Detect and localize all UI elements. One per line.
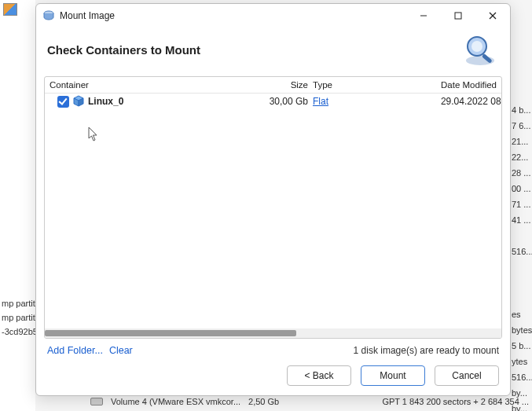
svg-point-7 xyxy=(471,41,482,52)
window-title: Mount Image xyxy=(60,10,115,21)
list-rows: Linux_0 30,00 Gb Flat 29.04.2022 08:14:1… xyxy=(45,94,501,328)
container-list: Container Size Type Date Modified Linux_… xyxy=(44,76,502,339)
column-headers: Container Size Type Date Modified xyxy=(45,77,501,94)
background-left-text: mp partitic mp partitic -3cd92b5c xyxy=(0,299,35,341)
button-row: < Back Mount Cancel xyxy=(36,359,510,395)
close-button[interactable] xyxy=(475,4,510,28)
bg-volume-size: 2,50 Gb xyxy=(248,397,279,406)
horizontal-scrollbar[interactable] xyxy=(45,328,501,338)
back-button[interactable]: < Back xyxy=(287,365,351,386)
checkbox[interactable] xyxy=(57,96,69,108)
scrollbar-thumb[interactable] xyxy=(45,330,296,336)
app-icon xyxy=(3,3,17,16)
col-type[interactable]: Type xyxy=(313,80,376,90)
bg-volume-info: GPT 1 843 200 sectors + 2 684 354 ... xyxy=(382,397,529,406)
cancel-button[interactable]: Cancel xyxy=(435,365,499,386)
page-title: Check Containers to Mount xyxy=(47,43,461,57)
magnifier-icon xyxy=(461,31,499,68)
clear-link[interactable]: Clear xyxy=(109,345,133,356)
row-type-link[interactable]: Flat xyxy=(313,96,328,107)
background-bottom: Volume 4 (VMware ESX vmkcor... 2,50 Gb G… xyxy=(90,394,532,409)
col-date[interactable]: Date Modified xyxy=(376,80,497,90)
col-size[interactable]: Size xyxy=(262,80,313,90)
status-text: 1 disk image(s) are ready to mount xyxy=(354,345,499,356)
table-row[interactable]: Linux_0 30,00 Gb Flat 29.04.2022 08:14:1… xyxy=(45,94,501,109)
mount-button[interactable]: Mount xyxy=(361,365,425,386)
maximize-button[interactable] xyxy=(441,4,475,28)
background-right-text: 4 b... 7 6... 21... 22... 28 ... 00 ... … xyxy=(512,102,532,411)
add-folder-link[interactable]: Add Folder... xyxy=(47,345,103,356)
titlebar: Mount Image xyxy=(36,4,510,28)
background-left xyxy=(0,0,35,411)
row-date: 29.04.2022 08:14:13 xyxy=(376,96,501,107)
bg-volume-name: Volume 4 (VMware ESX vmkcor... xyxy=(111,397,240,406)
col-container[interactable]: Container xyxy=(50,80,262,90)
minimize-button[interactable] xyxy=(406,4,441,28)
row-name: Linux_0 xyxy=(88,96,123,107)
svg-rect-2 xyxy=(455,13,461,19)
dialog-header: Check Containers to Mount xyxy=(36,28,510,76)
drive-icon xyxy=(90,398,103,405)
under-list-row: Add Folder... Clear 1 disk image(s) are … xyxy=(36,339,510,359)
row-size: 30,00 Gb xyxy=(262,96,313,107)
mount-image-dialog: Mount Image Check Containers to Mount Co… xyxy=(35,3,511,396)
container-icon xyxy=(72,95,85,108)
disk-icon xyxy=(42,9,55,22)
